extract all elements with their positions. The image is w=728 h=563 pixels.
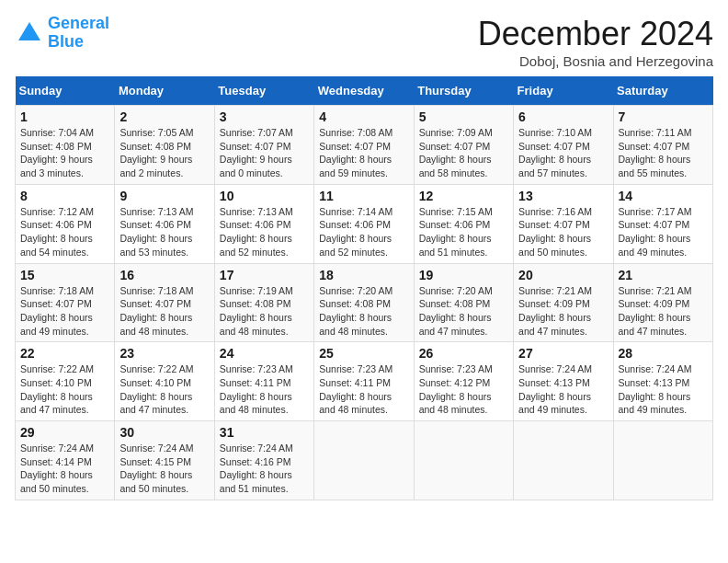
day-number: 5 [419, 109, 508, 124]
day-info: Sunrise: 7:18 AM Sunset: 4:07 PM Dayligh… [119, 284, 209, 339]
day-cell: 21 Sunrise: 7:21 AM Sunset: 4:09 PM Dayl… [613, 263, 712, 342]
day-info: Sunrise: 7:09 AM Sunset: 4:07 PM Dayligh… [419, 126, 508, 180]
header-cell-thursday: Thursday [414, 76, 513, 106]
day-number: 16 [119, 268, 209, 282]
title-block: December 2024 Doboj, Bosnia and Herzegov… [478, 15, 713, 69]
header-cell-wednesday: Wednesday [314, 76, 414, 106]
day-cell: 12 Sunrise: 7:15 AM Sunset: 4:06 PM Dayl… [414, 184, 513, 263]
day-info: Sunrise: 7:13 AM Sunset: 4:06 PM Dayligh… [119, 205, 209, 259]
header-cell-saturday: Saturday [613, 76, 712, 106]
day-cell: 29 Sunrise: 7:24 AM Sunset: 4:14 PM Dayl… [16, 421, 115, 500]
calendar-table: SundayMondayTuesdayWednesdayThursdayFrid… [15, 76, 713, 500]
day-info: Sunrise: 7:24 AM Sunset: 4:13 PM Dayligh… [518, 362, 608, 417]
day-number: 1 [20, 109, 109, 124]
day-number: 3 [220, 109, 309, 124]
day-number: 11 [319, 189, 408, 203]
day-number: 7 [619, 109, 708, 124]
day-info: Sunrise: 7:24 AM Sunset: 4:14 PM Dayligh… [20, 442, 109, 496]
logo-text: General Blue [48, 15, 109, 52]
day-info: Sunrise: 7:20 AM Sunset: 4:08 PM Dayligh… [319, 284, 408, 339]
day-info: Sunrise: 7:21 AM Sunset: 4:09 PM Dayligh… [619, 284, 708, 339]
day-info: Sunrise: 7:10 AM Sunset: 4:07 PM Dayligh… [518, 126, 608, 180]
day-cell: 6 Sunrise: 7:10 AM Sunset: 4:07 PM Dayli… [514, 106, 613, 185]
day-number: 6 [518, 109, 608, 124]
day-number: 24 [220, 346, 309, 361]
logo-icon [15, 18, 44, 48]
day-info: Sunrise: 7:20 AM Sunset: 4:08 PM Dayligh… [419, 284, 508, 339]
day-cell: 1 Sunrise: 7:04 AM Sunset: 4:08 PM Dayli… [16, 106, 115, 185]
day-number: 14 [619, 189, 708, 203]
day-info: Sunrise: 7:19 AM Sunset: 4:08 PM Dayligh… [220, 284, 309, 339]
day-cell: 31 Sunrise: 7:24 AM Sunset: 4:16 PM Dayl… [214, 421, 313, 500]
day-info: Sunrise: 7:04 AM Sunset: 4:08 PM Dayligh… [20, 126, 109, 180]
day-number: 13 [518, 189, 608, 203]
day-info: Sunrise: 7:08 AM Sunset: 4:07 PM Dayligh… [319, 126, 408, 180]
day-info: Sunrise: 7:18 AM Sunset: 4:07 PM Dayligh… [20, 284, 109, 339]
page-header: General Blue December 2024 Doboj, Bosnia… [15, 15, 713, 69]
day-cell: 27 Sunrise: 7:24 AM Sunset: 4:13 PM Dayl… [514, 342, 613, 421]
day-number: 9 [119, 189, 209, 203]
day-info: Sunrise: 7:17 AM Sunset: 4:07 PM Dayligh… [619, 205, 708, 259]
day-number: 8 [20, 189, 109, 203]
day-cell: 23 Sunrise: 7:22 AM Sunset: 4:10 PM Dayl… [115, 342, 214, 421]
day-cell [613, 421, 712, 500]
day-info: Sunrise: 7:16 AM Sunset: 4:07 PM Dayligh… [518, 205, 608, 259]
header-cell-tuesday: Tuesday [214, 76, 313, 106]
day-number: 26 [419, 346, 508, 361]
day-number: 10 [220, 189, 309, 203]
day-cell: 8 Sunrise: 7:12 AM Sunset: 4:06 PM Dayli… [16, 184, 115, 263]
week-row-2: 8 Sunrise: 7:12 AM Sunset: 4:06 PM Dayli… [16, 184, 713, 263]
day-number: 4 [319, 109, 408, 124]
header-row: SundayMondayTuesdayWednesdayThursdayFrid… [16, 76, 713, 106]
day-number: 30 [119, 425, 209, 440]
day-cell: 10 Sunrise: 7:13 AM Sunset: 4:06 PM Dayl… [214, 184, 313, 263]
day-number: 23 [119, 346, 209, 361]
location: Doboj, Bosnia and Herzegovina [478, 53, 713, 69]
day-number: 19 [419, 268, 508, 282]
day-info: Sunrise: 7:22 AM Sunset: 4:10 PM Dayligh… [20, 362, 109, 417]
day-info: Sunrise: 7:12 AM Sunset: 4:06 PM Dayligh… [20, 205, 109, 259]
day-info: Sunrise: 7:15 AM Sunset: 4:06 PM Dayligh… [419, 205, 508, 259]
day-number: 27 [518, 346, 608, 361]
day-number: 21 [619, 268, 708, 282]
day-number: 29 [20, 425, 109, 440]
week-row-5: 29 Sunrise: 7:24 AM Sunset: 4:14 PM Dayl… [16, 421, 713, 500]
day-number: 20 [518, 268, 608, 282]
day-cell: 11 Sunrise: 7:14 AM Sunset: 4:06 PM Dayl… [314, 184, 414, 263]
day-info: Sunrise: 7:22 AM Sunset: 4:10 PM Dayligh… [119, 362, 209, 417]
day-cell: 5 Sunrise: 7:09 AM Sunset: 4:07 PM Dayli… [414, 106, 513, 185]
day-cell [414, 421, 513, 500]
day-cell: 30 Sunrise: 7:24 AM Sunset: 4:15 PM Dayl… [115, 421, 214, 500]
day-cell: 19 Sunrise: 7:20 AM Sunset: 4:08 PM Dayl… [414, 263, 513, 342]
day-info: Sunrise: 7:21 AM Sunset: 4:09 PM Dayligh… [518, 284, 608, 339]
day-cell: 14 Sunrise: 7:17 AM Sunset: 4:07 PM Dayl… [613, 184, 712, 263]
day-cell: 13 Sunrise: 7:16 AM Sunset: 4:07 PM Dayl… [514, 184, 613, 263]
day-info: Sunrise: 7:07 AM Sunset: 4:07 PM Dayligh… [220, 126, 309, 180]
day-number: 28 [619, 346, 708, 361]
day-number: 15 [20, 268, 109, 282]
day-cell: 3 Sunrise: 7:07 AM Sunset: 4:07 PM Dayli… [214, 106, 313, 185]
header-cell-monday: Monday [115, 76, 214, 106]
day-info: Sunrise: 7:13 AM Sunset: 4:06 PM Dayligh… [220, 205, 309, 259]
header-cell-friday: Friday [514, 76, 613, 106]
week-row-1: 1 Sunrise: 7:04 AM Sunset: 4:08 PM Dayli… [16, 106, 713, 185]
day-cell: 16 Sunrise: 7:18 AM Sunset: 4:07 PM Dayl… [115, 263, 214, 342]
day-cell: 17 Sunrise: 7:19 AM Sunset: 4:08 PM Dayl… [214, 263, 313, 342]
day-number: 2 [119, 109, 209, 124]
month-title: December 2024 [478, 15, 713, 53]
day-info: Sunrise: 7:05 AM Sunset: 4:08 PM Dayligh… [119, 126, 209, 180]
header-cell-sunday: Sunday [16, 76, 115, 106]
svg-marker-0 [18, 22, 40, 40]
day-number: 18 [319, 268, 408, 282]
day-number: 31 [220, 425, 309, 440]
logo: General Blue [15, 15, 109, 52]
day-number: 22 [20, 346, 109, 361]
day-info: Sunrise: 7:14 AM Sunset: 4:06 PM Dayligh… [319, 205, 408, 259]
day-info: Sunrise: 7:11 AM Sunset: 4:07 PM Dayligh… [619, 126, 708, 180]
day-cell: 2 Sunrise: 7:05 AM Sunset: 4:08 PM Dayli… [115, 106, 214, 185]
day-cell [514, 421, 613, 500]
day-info: Sunrise: 7:24 AM Sunset: 4:15 PM Dayligh… [119, 442, 209, 496]
day-cell: 20 Sunrise: 7:21 AM Sunset: 4:09 PM Dayl… [514, 263, 613, 342]
week-row-3: 15 Sunrise: 7:18 AM Sunset: 4:07 PM Dayl… [16, 263, 713, 342]
day-cell: 28 Sunrise: 7:24 AM Sunset: 4:13 PM Dayl… [613, 342, 712, 421]
